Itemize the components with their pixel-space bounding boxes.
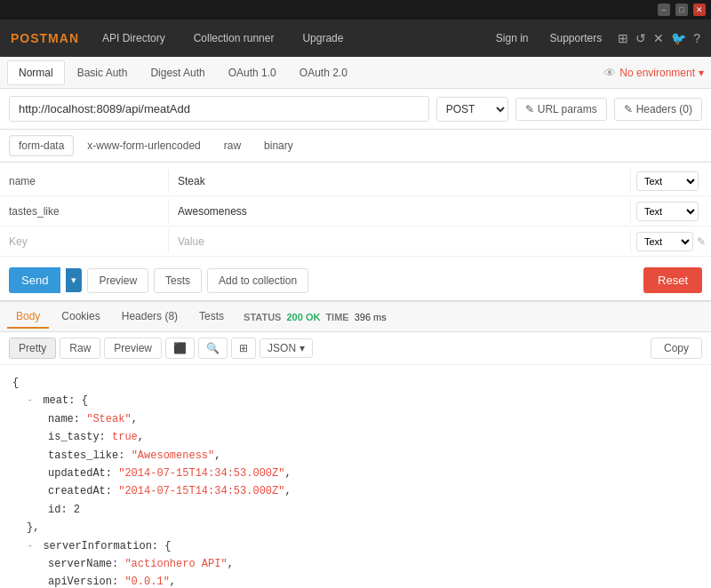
resp-tab-tests[interactable]: Tests [190,306,233,329]
body-type-tabs: form-data x-www-form-urlencoded raw bina… [0,130,711,163]
form-value-empty[interactable]: Value [169,230,631,253]
headers-button[interactable]: ✎ Headers (0) [614,98,702,121]
type-select-tastes[interactable]: Text File [636,202,699,221]
search-button[interactable]: 🔍 [198,338,228,359]
form-type-tastes[interactable]: Text File [631,198,711,225]
url-bar: POST GET PUT DELETE ✎ URL params ✎ Heade… [0,89,711,130]
form-key-tastes: tastes_like [0,200,169,223]
app-logo: POSTMAN [11,31,79,45]
edit-icon[interactable]: ✎ [697,235,706,248]
resp-tab-body[interactable]: Body [7,306,49,329]
form-row-empty: Key Value Text File ✎ [0,226,711,257]
chevron-down-icon: ▾ [699,67,704,79]
send-bar: Send ▾ Preview Tests Add to collection R… [0,260,711,301]
status-code: 200 OK [286,312,320,322]
time-value: 396 ms [355,312,387,322]
tab-oauth1[interactable]: OAuth 1.0 [218,61,287,84]
refresh-icon[interactable]: ↺ [635,31,646,45]
maximize-button[interactable]: □ [675,4,688,16]
preview-button[interactable]: Preview [87,268,148,293]
close-button[interactable]: ✕ [693,4,706,16]
format-pretty-button[interactable]: Pretty [9,338,56,359]
collapse-server-info[interactable]: - [27,540,33,552]
status-badge: STATUS 200 OK TIME 396 ms [244,312,387,322]
add-to-collection-button[interactable]: Add to collection [207,268,308,293]
body-tab-form-data[interactable]: form-data [9,135,74,156]
nav-api-directory[interactable]: API Directory [97,28,171,48]
wrap-button[interactable]: ⬛ [165,338,195,359]
send-dropdown-button[interactable]: ▾ [66,268,82,292]
send-button[interactable]: Send [9,267,60,293]
url-input[interactable] [9,96,429,122]
collapse-meat[interactable]: - [27,394,33,407]
form-key-empty[interactable]: Key [0,230,169,253]
form-type-name[interactable]: Text File [631,168,711,195]
form-fields: name Steak Text File tastes_like Awesome… [0,163,711,260]
response-body: { - meat: { name: "Steak", is_tasty: tru… [0,365,711,588]
format-preview-button[interactable]: Preview [104,338,162,359]
env-selector[interactable]: 👁 No environment ▾ [603,66,704,80]
auth-tabs: Normal Basic Auth Digest Auth OAuth 1.0 … [0,57,711,89]
nav-upgrade[interactable]: Upgrade [297,28,348,48]
nav-supporters[interactable]: Supporters [545,28,608,48]
minimize-button[interactable]: – [658,4,670,16]
nav-sign-in[interactable]: Sign in [491,28,534,48]
form-row: tastes_like Awesomeness Text File [0,196,711,226]
tests-button[interactable]: Tests [154,268,202,293]
url-params-button[interactable]: ✎ URL params [515,98,607,121]
tab-basic-auth[interactable]: Basic Auth [67,61,139,84]
resp-tab-cookies[interactable]: Cookies [52,306,108,329]
type-select-empty[interactable]: Text File [636,232,693,251]
format-raw-button[interactable]: Raw [60,338,100,359]
method-select[interactable]: POST GET PUT DELETE [436,97,508,122]
json-format-select[interactable]: JSON ▾ [260,338,313,358]
body-tab-binary[interactable]: binary [254,135,303,156]
response-toolbar: Pretty Raw Preview ⬛ 🔍 ⊞ JSON ▾ Copy [0,332,711,365]
grid-icon[interactable]: ⊞ [618,31,628,45]
close-icon[interactable]: ✕ [653,31,664,45]
tab-digest-auth[interactable]: Digest Auth [140,61,215,84]
edit-icon: ✎ [624,103,633,115]
time-label: TIME [325,312,348,322]
form-value-name[interactable]: Steak [169,170,631,193]
form-row: name Steak Text File [0,166,711,196]
resp-tab-headers[interactable]: Headers (8) [113,306,187,329]
app-header: POSTMAN API Directory Collection runner … [0,20,711,57]
form-key-name: name [0,170,169,193]
body-tab-raw[interactable]: raw [214,135,251,156]
status-label: STATUS [244,312,281,322]
type-select-name[interactable]: Text File [636,171,699,191]
header-right: Sign in Supporters ⊞ ↺ ✕ 🐦 ? [491,28,700,48]
form-type-empty[interactable]: Text File ✎ [631,228,711,255]
response-tabs: Body Cookies Headers (8) Tests STATUS 20… [0,302,711,332]
title-bar: – □ ✕ [0,0,711,20]
tab-oauth2[interactable]: OAuth 2.0 [289,61,358,84]
env-label: No environment [619,67,695,79]
chevron-down-icon: ▾ [300,342,305,354]
reset-button[interactable]: Reset [643,267,702,293]
edit-icon: ✎ [525,103,534,115]
copy-button[interactable]: Copy [651,338,702,359]
header-icons: ⊞ ↺ ✕ 🐦 ? [618,31,700,45]
filter-button[interactable]: ⊞ [231,338,256,359]
nav-collection-runner[interactable]: Collection runner [188,28,280,48]
form-value-tastes[interactable]: Awesomeness [169,200,631,223]
eye-icon: 👁 [603,66,616,80]
tab-normal[interactable]: Normal [7,60,65,85]
help-icon[interactable]: ? [693,31,700,45]
body-tab-urlencoded[interactable]: x-www-form-urlencoded [77,135,210,156]
twitter-icon[interactable]: 🐦 [671,31,686,45]
